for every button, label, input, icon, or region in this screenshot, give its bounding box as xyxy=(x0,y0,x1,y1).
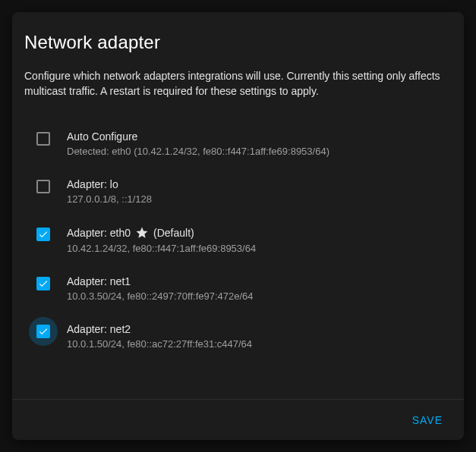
adapter-checkbox[interactable] xyxy=(36,325,50,338)
adapter-row[interactable]: Adapter: lo127.0.0.1/8, ::1/128 xyxy=(24,168,452,215)
adapter-detail: Detected: eth0 (10.42.1.24/32, fe80::f44… xyxy=(67,146,452,157)
adapter-label-text: Adapter: lo xyxy=(67,178,118,190)
checkbox-wrap xyxy=(36,226,67,241)
save-button[interactable]: SAVE xyxy=(403,408,452,432)
adapter-label: Adapter: net2 xyxy=(67,323,452,335)
dialog-content: Network adapter Configure which network … xyxy=(12,12,464,399)
network-adapter-dialog: Network adapter Configure which network … xyxy=(12,12,464,440)
adapter-detail: 10.0.1.50/24, fe80::ac72:27ff:fe31:c447/… xyxy=(67,338,452,350)
adapter-label: Auto Configure xyxy=(67,130,452,143)
adapter-text: Adapter: eth0(Default)10.42.1.24/32, fe8… xyxy=(67,226,452,254)
adapter-detail: 10.42.1.24/32, fe80::f447:1aff:fe69:8953… xyxy=(67,243,452,254)
adapter-row[interactable]: Auto ConfigureDetected: eth0 (10.42.1.24… xyxy=(24,120,452,168)
adapter-checkbox[interactable] xyxy=(36,277,50,290)
adapter-row[interactable]: Adapter: net110.0.3.50/24, fe80::2497:70… xyxy=(24,265,452,312)
adapter-label: Adapter: lo xyxy=(67,178,452,190)
default-suffix: (Default) xyxy=(153,227,194,239)
check-icon xyxy=(38,278,49,289)
check-icon xyxy=(38,326,49,337)
checkbox-wrap xyxy=(36,323,67,338)
adapter-label-text: Adapter: net2 xyxy=(67,323,131,335)
adapter-label-text: Auto Configure xyxy=(67,130,137,143)
star-icon xyxy=(135,226,149,240)
adapter-detail: 10.0.3.50/24, fe80::2497:70ff:fe97:472e/… xyxy=(67,290,452,302)
adapter-checkbox[interactable] xyxy=(36,180,50,193)
check-icon xyxy=(38,229,49,240)
adapter-checkbox[interactable] xyxy=(36,132,50,146)
dialog-description: Configure which network adapters integra… xyxy=(24,68,452,99)
adapter-text: Adapter: net210.0.1.50/24, fe80::ac72:27… xyxy=(67,323,452,350)
checkbox-wrap xyxy=(36,130,67,146)
adapter-row[interactable]: Adapter: net210.0.1.50/24, fe80::ac72:27… xyxy=(24,312,452,360)
adapter-text: Adapter: net110.0.3.50/24, fe80::2497:70… xyxy=(67,275,452,302)
adapter-label-text: Adapter: net1 xyxy=(67,275,131,287)
adapter-list: Auto ConfigureDetected: eth0 (10.42.1.24… xyxy=(24,120,452,360)
checkbox-wrap xyxy=(36,178,67,193)
dialog-title: Network adapter xyxy=(24,32,452,53)
adapter-text: Auto ConfigureDetected: eth0 (10.42.1.24… xyxy=(67,130,452,157)
adapter-label: Adapter: net1 xyxy=(67,275,452,287)
adapter-row[interactable]: Adapter: eth0(Default)10.42.1.24/32, fe8… xyxy=(24,215,452,265)
adapter-detail: 127.0.0.1/8, ::1/128 xyxy=(67,193,452,205)
dialog-actions: SAVE xyxy=(12,400,464,440)
adapter-text: Adapter: lo127.0.0.1/8, ::1/128 xyxy=(67,178,452,205)
adapter-checkbox[interactable] xyxy=(36,228,50,241)
checkbox-wrap xyxy=(36,275,67,290)
adapter-label-text: Adapter: eth0 xyxy=(67,227,131,239)
adapter-label: Adapter: eth0(Default) xyxy=(67,226,452,240)
